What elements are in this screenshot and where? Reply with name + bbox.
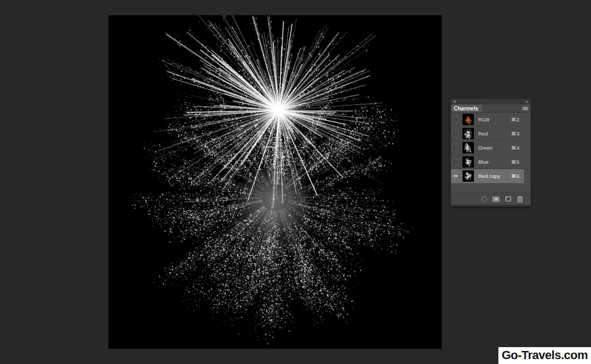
visibility-toggle[interactable] bbox=[451, 169, 460, 183]
channel-thumbnail bbox=[462, 128, 474, 139]
channel-shortcut: ⌘6 bbox=[511, 173, 524, 179]
channel-thumbnail bbox=[462, 170, 474, 182]
channel-label: Blue bbox=[478, 159, 511, 165]
mask-shape bbox=[492, 196, 499, 202]
channel-label: Red copy bbox=[478, 173, 511, 179]
channel-shortcut: ⌘2 bbox=[511, 116, 524, 122]
channel-shortcut: ⌘5 bbox=[511, 159, 524, 165]
watermark: Go-Travels.com bbox=[498, 347, 591, 364]
channel-row[interactable]: Red copy ⌘6 bbox=[451, 169, 524, 183]
channel-shortcut: ⌘4 bbox=[511, 145, 524, 151]
channel-label: Red bbox=[478, 131, 511, 137]
visibility-box bbox=[453, 159, 459, 165]
visibility-toggle[interactable] bbox=[451, 141, 460, 155]
visibility-box bbox=[453, 116, 459, 122]
panel-topbar: × « bbox=[451, 99, 531, 104]
tabbar-empty-space bbox=[483, 104, 521, 112]
channel-list: RGB ⌘2 Red ⌘3 bbox=[451, 113, 531, 183]
trash-shape bbox=[517, 196, 523, 202]
new-page-shape bbox=[505, 196, 511, 202]
channel-row[interactable]: Blue ⌘5 bbox=[451, 155, 524, 169]
visibility-toggle[interactable] bbox=[451, 127, 460, 140]
channel-label: RGB bbox=[478, 116, 511, 122]
load-selection-icon[interactable] bbox=[482, 196, 487, 202]
visibility-box bbox=[453, 173, 459, 179]
panel-tabbar: Channels bbox=[451, 104, 531, 113]
close-icon[interactable]: × bbox=[453, 100, 456, 104]
channel-row[interactable]: Red ⌘3 bbox=[451, 127, 524, 141]
channel-row[interactable]: Green ⌘4 bbox=[451, 141, 524, 155]
panel-menu-icon[interactable] bbox=[521, 106, 529, 111]
channel-thumbnail bbox=[462, 114, 474, 125]
channel-label: Green bbox=[478, 145, 511, 151]
channel-row[interactable]: RGB ⌘2 bbox=[451, 113, 524, 127]
channel-thumbnail bbox=[462, 142, 474, 153]
new-channel-icon[interactable] bbox=[505, 196, 511, 202]
delete-channel-icon[interactable] bbox=[517, 196, 523, 202]
collapse-panel-icon[interactable]: « bbox=[526, 100, 528, 104]
panel-toolbar bbox=[451, 193, 531, 205]
save-selection-icon[interactable] bbox=[492, 196, 499, 202]
panel-bottom-edge bbox=[451, 205, 531, 206]
dashed-circle-shape bbox=[482, 196, 487, 202]
channel-thumbnail bbox=[462, 156, 474, 168]
panel-empty-area bbox=[451, 183, 531, 193]
visibility-box bbox=[453, 145, 459, 151]
document-canvas[interactable] bbox=[108, 15, 442, 349]
hamburger-icon bbox=[523, 107, 528, 110]
eye-icon bbox=[453, 174, 458, 178]
visibility-box bbox=[453, 131, 459, 137]
visibility-toggle[interactable] bbox=[451, 155, 460, 169]
visibility-toggle[interactable] bbox=[451, 113, 460, 126]
channel-shortcut: ⌘3 bbox=[511, 131, 524, 137]
tab-channels[interactable]: Channels bbox=[451, 104, 483, 112]
channels-panel: × « Channels RGB ⌘2 bbox=[450, 98, 531, 207]
